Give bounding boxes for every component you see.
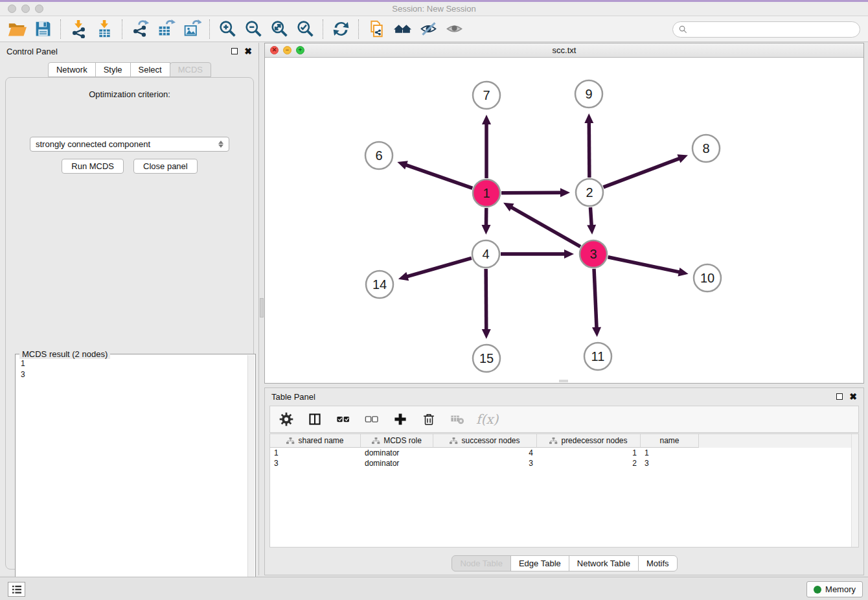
- table-panel-title: Table Panel: [271, 392, 315, 402]
- graph-edge-3-1[interactable]: [510, 207, 580, 247]
- zoom-out-button[interactable]: [240, 18, 266, 40]
- export-table-button[interactable]: [153, 18, 179, 40]
- show-eye-button[interactable]: [441, 18, 467, 40]
- network-maximize-button[interactable]: +: [296, 46, 304, 54]
- graph-node-9[interactable]: 9: [575, 80, 602, 108]
- graph-edge-3-11[interactable]: [594, 269, 597, 329]
- plus-icon: [393, 412, 407, 426]
- delete-column-button[interactable]: [419, 410, 439, 429]
- column-header-shared-name[interactable]: shared name: [270, 434, 361, 448]
- column-header-MCDS-role[interactable]: MCDS role: [361, 434, 433, 448]
- export-network-button[interactable]: [127, 18, 153, 40]
- graph-edge-2-8[interactable]: [604, 158, 681, 187]
- zoom-fit-button[interactable]: [266, 18, 292, 40]
- tab-mcds[interactable]: MCDS: [170, 62, 211, 77]
- zoom-in-button[interactable]: [214, 18, 240, 40]
- graph-node-2[interactable]: 2: [576, 179, 603, 206]
- graph-node-1[interactable]: 1: [473, 179, 500, 207]
- graph-edge-1-6[interactable]: [405, 165, 473, 189]
- search-icon: [678, 25, 688, 34]
- network-canvas[interactable]: 1234678910111415: [265, 58, 863, 383]
- add-column-button[interactable]: [391, 410, 410, 429]
- splitter-handle[interactable]: [260, 298, 264, 317]
- task-history-button[interactable]: [8, 582, 25, 597]
- search-input[interactable]: [691, 25, 854, 34]
- clone-network-button[interactable]: [363, 18, 389, 40]
- close-panel-button[interactable]: Close panel: [133, 159, 198, 174]
- graph-node-8[interactable]: 8: [692, 135, 720, 162]
- graph-edge-3-10[interactable]: [608, 257, 681, 273]
- import-network-button[interactable]: [65, 18, 91, 40]
- delete-table-button[interactable]: [448, 410, 467, 429]
- tab-select[interactable]: Select: [130, 62, 170, 77]
- float-panel-icon[interactable]: [231, 48, 238, 54]
- graph-node-7[interactable]: 7: [473, 82, 500, 109]
- column-header-successor-nodes[interactable]: successor nodes: [433, 434, 537, 448]
- table-scrollbar[interactable]: [851, 434, 858, 548]
- zoom-selected-button[interactable]: [292, 18, 318, 40]
- network-minimize-button[interactable]: −: [283, 46, 291, 54]
- column-header-name[interactable]: name: [641, 434, 699, 448]
- mac-zoom-button[interactable]: [35, 5, 43, 13]
- unselect-all-button[interactable]: [362, 410, 382, 429]
- tab-motifs[interactable]: Motifs: [638, 555, 678, 571]
- graph-node-11[interactable]: 11: [584, 343, 611, 370]
- graph-node-3[interactable]: 3: [580, 240, 607, 268]
- column-header-predecessor-nodes[interactable]: predecessor nodes: [537, 434, 641, 448]
- table-settings-button[interactable]: [277, 410, 296, 429]
- mac-close-button[interactable]: [8, 5, 16, 13]
- zoom-selected-icon: [296, 19, 315, 38]
- home-button[interactable]: [389, 18, 415, 40]
- home-icon: [393, 19, 412, 38]
- graph-edge-4-15[interactable]: [486, 269, 486, 331]
- open-session-button[interactable]: [4, 18, 30, 40]
- table-panel: Table Panel ✖ f(x) shared nameMCDS roles…: [264, 387, 864, 575]
- column-label: name: [659, 436, 679, 445]
- float-table-panel-icon[interactable]: [836, 393, 843, 400]
- search-field[interactable]: [672, 21, 860, 38]
- svg-text:4: 4: [482, 247, 489, 261]
- select-all-button[interactable]: [334, 410, 353, 429]
- memory-button[interactable]: Memory: [806, 581, 863, 597]
- zoom-fit-icon: [270, 19, 289, 38]
- tab-node-table[interactable]: Node Table: [451, 555, 511, 571]
- graph-edge-2-3[interactable]: [590, 207, 591, 227]
- graph-edge-2-9[interactable]: [589, 121, 589, 178]
- mac-minimize-button[interactable]: [21, 5, 30, 13]
- refresh-button[interactable]: [328, 18, 354, 40]
- table-row[interactable]: 1dominator411: [270, 448, 858, 458]
- graph-node-6[interactable]: 6: [365, 142, 393, 169]
- optimization-criterion-dropdown[interactable]: strongly connected component: [30, 137, 229, 152]
- control-panel: Control Panel ✖ NetworkStyleSelectMCDS O…: [0, 43, 259, 575]
- table-row[interactable]: 3dominator323: [270, 458, 858, 468]
- table-panel-tabs: Node TableEdge TableNetwork TableMotifs: [265, 555, 863, 571]
- show-columns-button[interactable]: [305, 410, 325, 429]
- network-canvas-svg[interactable]: 1234678910111415: [265, 58, 863, 383]
- node-table-body: 1dominator4113dominator323: [270, 448, 858, 468]
- tab-network[interactable]: Network: [48, 62, 96, 77]
- import-table-button[interactable]: [91, 18, 117, 40]
- export-image-button[interactable]: [179, 18, 205, 40]
- close-panel-icon[interactable]: ✖: [244, 48, 252, 54]
- graph-node-15[interactable]: 15: [473, 345, 500, 372]
- function-builder-button[interactable]: f(x): [476, 411, 498, 427]
- result-scrollbar[interactable]: [247, 355, 255, 600]
- tab-style[interactable]: Style: [95, 62, 131, 77]
- zoom-out-icon: [244, 19, 263, 38]
- panel-splitter[interactable]: [259, 43, 264, 575]
- canvas-resize-handle[interactable]: [559, 380, 568, 382]
- columns-icon: [308, 412, 322, 426]
- graph-node-10[interactable]: 10: [694, 264, 721, 292]
- tab-edge-table[interactable]: Edge Table: [510, 555, 569, 571]
- run-mcds-button[interactable]: Run MCDS: [62, 159, 124, 174]
- tab-network-table[interactable]: Network Table: [569, 555, 639, 571]
- hide-eye-button[interactable]: [415, 18, 441, 40]
- graph-node-4[interactable]: 4: [472, 240, 499, 268]
- graph-edge-4-14[interactable]: [405, 258, 472, 277]
- close-table-panel-icon[interactable]: ✖: [849, 393, 857, 400]
- graph-edge-1-2[interactable]: [501, 192, 562, 193]
- network-close-button[interactable]: ✕: [270, 46, 279, 54]
- network-window-titlebar[interactable]: ✕ − + scc.txt: [265, 43, 863, 58]
- save-session-button[interactable]: [30, 18, 56, 40]
- graph-node-14[interactable]: 14: [366, 271, 393, 298]
